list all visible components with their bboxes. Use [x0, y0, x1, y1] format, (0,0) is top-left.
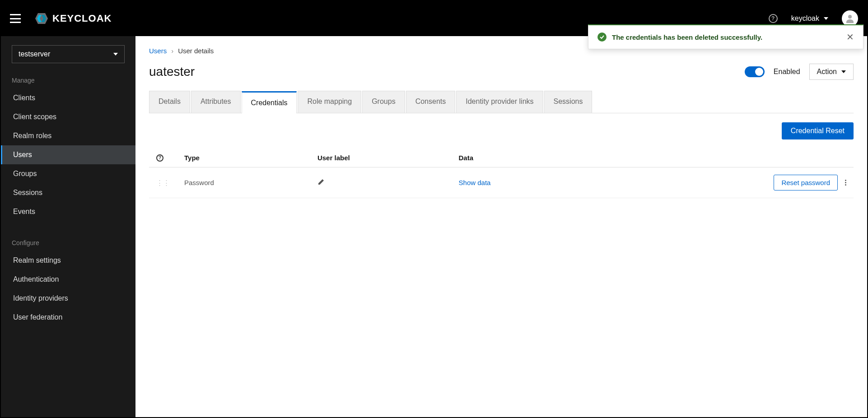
tab-role-mapping[interactable]: Role mapping: [298, 91, 361, 113]
tab-consents[interactable]: Consents: [406, 91, 456, 113]
svg-point-4: [597, 33, 607, 42]
type-column-header: Type: [177, 149, 310, 167]
user-label-column-header: User label: [310, 149, 452, 167]
help-column-header: ?: [149, 149, 177, 167]
avatar-icon: [845, 13, 855, 24]
sidebar-item-sessions[interactable]: Sessions: [1, 183, 135, 202]
section-manage-label: Manage: [1, 72, 135, 88]
credential-type: Password: [177, 167, 310, 198]
tab-groups[interactable]: Groups: [362, 91, 405, 113]
sidebar-item-users[interactable]: Users: [1, 145, 135, 164]
brand-logo[interactable]: KEYCLOAK: [34, 11, 112, 26]
brand-text: KEYCLOAK: [52, 13, 112, 24]
action-dropdown[interactable]: Action: [809, 64, 854, 80]
tabs: DetailsAttributesCredentialsRole mapping…: [149, 91, 854, 113]
sidebar-item-realm-roles[interactable]: Realm roles: [1, 126, 135, 145]
sidebar-item-groups[interactable]: Groups: [1, 164, 135, 183]
caret-down-icon: [113, 53, 118, 56]
action-label: Action: [817, 68, 837, 76]
caret-down-icon: [824, 17, 828, 20]
sidebar: testserver Manage ClientsClient scopesRe…: [1, 36, 135, 417]
sidebar-item-clients[interactable]: Clients: [1, 88, 135, 107]
sidebar-item-identity-providers[interactable]: Identity providers: [1, 289, 135, 308]
svg-point-3: [848, 15, 852, 19]
help-icon[interactable]: ?: [156, 154, 163, 162]
section-configure-label: Configure: [1, 235, 135, 251]
tab-sessions[interactable]: Sessions: [544, 91, 593, 113]
drag-handle-icon[interactable]: ⋮⋮: [156, 179, 170, 186]
success-toast: The credentials has been deleted success…: [588, 24, 863, 49]
credential-reset-button[interactable]: Credential Reset: [782, 122, 854, 139]
sidebar-item-authentication[interactable]: Authentication: [1, 270, 135, 289]
hamburger-menu-icon[interactable]: [10, 14, 21, 23]
header-realm-label: keycloak: [791, 14, 819, 23]
data-column-header: Data: [452, 149, 592, 167]
table-row: ⋮⋮ Password Show data Reset password: [149, 167, 854, 198]
caret-down-icon: [841, 70, 846, 73]
page-title: uatester: [149, 65, 195, 79]
enabled-label: Enabled: [774, 68, 800, 76]
realm-selector[interactable]: testserver: [12, 45, 125, 63]
toast-close-icon[interactable]: ✕: [846, 33, 854, 42]
breadcrumb-users-link[interactable]: Users: [149, 47, 167, 55]
main-content: Users › User details uatester Enabled Ac…: [135, 36, 867, 417]
tab-details[interactable]: Details: [149, 91, 190, 113]
tab-identity-provider-links[interactable]: Identity provider links: [456, 91, 543, 113]
tab-credentials[interactable]: Credentials: [242, 91, 297, 113]
edit-user-label-icon[interactable]: [317, 178, 325, 186]
breadcrumb-current: User details: [178, 47, 214, 55]
sidebar-item-client-scopes[interactable]: Client scopes: [1, 107, 135, 126]
help-icon[interactable]: ?: [769, 14, 778, 23]
reset-password-button[interactable]: Reset password: [774, 175, 838, 190]
toast-message: The credentials has been deleted success…: [612, 33, 841, 41]
sidebar-item-events[interactable]: Events: [1, 202, 135, 221]
keycloak-logo-icon: [34, 11, 49, 26]
header-realm-dropdown[interactable]: keycloak: [791, 14, 828, 23]
enabled-toggle[interactable]: [745, 66, 765, 77]
sidebar-item-user-federation[interactable]: User federation: [1, 308, 135, 327]
chevron-right-icon: ›: [171, 47, 173, 55]
realm-selector-label: testserver: [19, 50, 50, 58]
row-kebab-menu[interactable]: [845, 180, 846, 186]
success-check-icon: [597, 33, 607, 42]
show-data-link[interactable]: Show data: [459, 179, 491, 186]
sidebar-item-realm-settings[interactable]: Realm settings: [1, 251, 135, 270]
credentials-table: ? Type User label Data ⋮⋮ Password: [149, 149, 854, 198]
tab-attributes[interactable]: Attributes: [191, 91, 241, 113]
